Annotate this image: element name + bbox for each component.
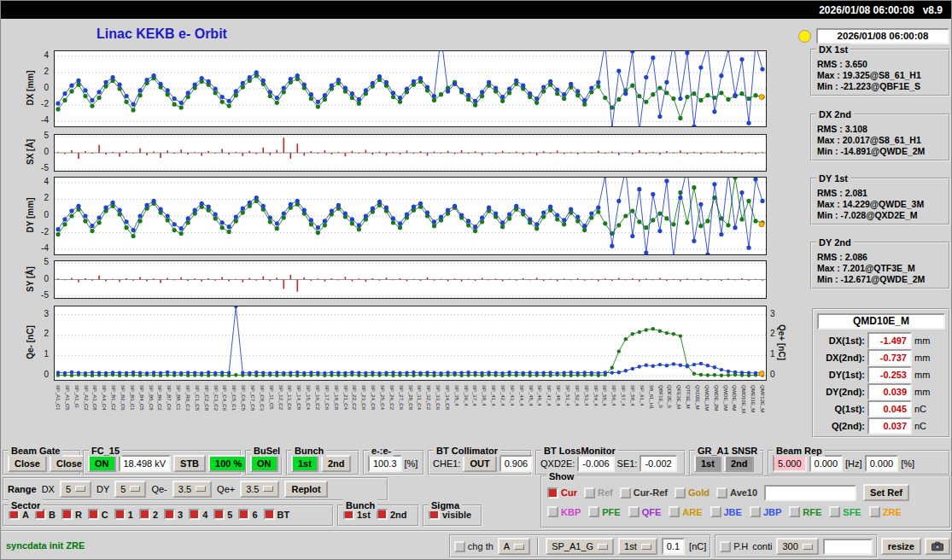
show-cur-checkbox[interactable] bbox=[547, 487, 558, 499]
show-pfe-checkbox[interactable] bbox=[588, 506, 599, 517]
bunch-2nd-button[interactable]: 2nd bbox=[321, 455, 352, 472]
sector-1[interactable]: 1 bbox=[114, 509, 133, 520]
status-bar: syncdata init ZRE chg th A SP_A1_G 1st 0… bbox=[1, 530, 952, 560]
sector-6-checkbox[interactable] bbox=[238, 509, 249, 520]
show-are[interactable]: ARE bbox=[669, 506, 702, 517]
range-qe-minus-select[interactable]: 3.5 bbox=[172, 481, 212, 498]
sector-c-checkbox[interactable] bbox=[88, 509, 99, 520]
show-ref-checkbox[interactable] bbox=[584, 487, 595, 499]
show-rfe-label: RFE bbox=[803, 507, 821, 517]
show-sfe[interactable]: SFE bbox=[829, 506, 861, 517]
sector-6[interactable]: 6 bbox=[238, 509, 257, 520]
show-gold[interactable]: Gold bbox=[675, 487, 710, 499]
show-jbp[interactable]: JBP bbox=[750, 506, 781, 517]
sector-4-checkbox[interactable] bbox=[189, 509, 200, 520]
range-dy-select[interactable]: 5 bbox=[114, 481, 146, 498]
ph-toggle[interactable]: P.H bbox=[720, 541, 748, 552]
sector-3-checkbox[interactable] bbox=[164, 509, 175, 520]
show-curref[interactable]: Cur-Ref bbox=[620, 487, 668, 499]
sx-axis-ticks: 50-5 bbox=[35, 134, 50, 170]
show-jbe[interactable]: JBE bbox=[710, 506, 742, 517]
fc15-on-button[interactable]: ON bbox=[88, 455, 116, 472]
bpm-label: QBF1E_S bbox=[658, 385, 663, 408]
sector-5[interactable]: 5 bbox=[213, 509, 232, 520]
sector-r-checkbox[interactable] bbox=[61, 509, 73, 520]
region-select[interactable]: A bbox=[498, 538, 530, 555]
show-jbe-checkbox[interactable] bbox=[710, 506, 721, 517]
range-dx-select[interactable]: 5 bbox=[60, 481, 91, 498]
stat-title: DY 2nd bbox=[816, 236, 854, 248]
gr-a1-snsr-group: GR_A1 SNSR 1st 2nd bbox=[689, 450, 764, 475]
bpm-label: SP_A2_C2 bbox=[84, 385, 89, 411]
bpm-label: QXD2E_M bbox=[695, 385, 700, 410]
sector-2[interactable]: 2 bbox=[139, 509, 158, 520]
gr-a1-2nd-button[interactable]: 2nd bbox=[724, 455, 755, 472]
sector-3[interactable]: 3 bbox=[164, 509, 183, 520]
tick-label: 5 bbox=[44, 257, 49, 266]
show-pfe[interactable]: PFE bbox=[588, 506, 620, 517]
count-input[interactable] bbox=[823, 539, 873, 555]
chg-th-checkbox[interactable] bbox=[454, 541, 465, 552]
show-ave10[interactable]: Ave10 bbox=[716, 487, 757, 499]
show-ref[interactable]: Ref bbox=[584, 487, 613, 499]
tick-label: -2 bbox=[41, 227, 49, 236]
bpm-label: SP_B7_C6 bbox=[166, 385, 172, 411]
range-qe-plus-select[interactable]: 3.5 bbox=[240, 481, 279, 498]
sector-r[interactable]: R bbox=[61, 509, 82, 520]
che1-out-button[interactable]: OUT bbox=[463, 455, 496, 472]
resize-button[interactable]: resize bbox=[881, 538, 921, 555]
bunchsel-2nd-checkbox[interactable] bbox=[377, 509, 388, 520]
sigma-group: Sigma visible bbox=[423, 505, 482, 527]
sector-bt[interactable]: BT bbox=[264, 509, 290, 520]
show-rfe-checkbox[interactable] bbox=[789, 506, 800, 517]
monitor-title[interactable]: QMD10E_M bbox=[817, 313, 945, 330]
range-dx-label: DX bbox=[42, 484, 55, 494]
bpm-label: SP_42_4 bbox=[500, 385, 505, 406]
show-kbp[interactable]: KBP bbox=[547, 506, 581, 517]
chg-th-toggle[interactable]: chg th bbox=[454, 541, 494, 552]
camera-icon bbox=[932, 541, 943, 551]
fc15-percent-value[interactable]: 100 % bbox=[208, 455, 248, 472]
range-group: Range DX 5 DY 5 Qe- 3.5 Qe+ 3.5 Replot bbox=[3, 477, 388, 501]
show-zre[interactable]: ZRE bbox=[869, 506, 902, 517]
sector-bt-checkbox[interactable] bbox=[264, 509, 275, 520]
show-rfe[interactable]: RFE bbox=[789, 506, 821, 517]
busel-label: BuSel bbox=[251, 445, 283, 457]
sector-4[interactable]: 4 bbox=[189, 509, 207, 520]
ph-checkbox[interactable] bbox=[720, 541, 731, 552]
gr-a1-1st-button[interactable]: 1st bbox=[694, 455, 721, 472]
sector-5-checkbox[interactable] bbox=[213, 509, 225, 520]
show-qfe-checkbox[interactable] bbox=[628, 506, 640, 517]
range-dx-value: 5 bbox=[66, 484, 71, 494]
ref-name-input[interactable] bbox=[764, 485, 856, 501]
show-ave10-checkbox[interactable] bbox=[716, 487, 727, 499]
show-gold-label: Gold bbox=[688, 487, 710, 498]
replot-button[interactable]: Replot bbox=[284, 481, 327, 498]
sector-c[interactable]: C bbox=[88, 509, 108, 520]
show-zre-checkbox[interactable] bbox=[869, 506, 880, 517]
sector-1-checkbox[interactable] bbox=[114, 509, 126, 520]
threshold-value[interactable]: 0.1 bbox=[662, 538, 685, 555]
bunch-1st-button[interactable]: 1st bbox=[291, 455, 318, 472]
show-kbp-checkbox[interactable] bbox=[547, 506, 558, 517]
set-ref-button[interactable]: Set Ref bbox=[863, 484, 909, 501]
rep-count-select[interactable]: 300 bbox=[776, 538, 818, 555]
bunchsel-2nd[interactable]: 2nd bbox=[377, 509, 407, 520]
fc15-stb-button[interactable]: STB bbox=[173, 455, 206, 472]
show-jbp-checkbox[interactable] bbox=[750, 506, 761, 517]
show-cur[interactable]: Cur bbox=[547, 487, 577, 499]
sector-2-checkbox[interactable] bbox=[139, 509, 150, 520]
show-qfe[interactable]: QFE bbox=[628, 506, 662, 517]
bunch-threshold-select[interactable]: 1st bbox=[618, 538, 657, 555]
show-curref-checkbox[interactable] bbox=[620, 487, 631, 499]
show-gold-checkbox[interactable] bbox=[675, 487, 686, 499]
show-sfe-checkbox[interactable] bbox=[829, 506, 840, 517]
sp-select[interactable]: SP_A1_G bbox=[546, 538, 614, 555]
status-message: syncdata init ZRE bbox=[6, 540, 85, 551]
screenshot-button[interactable] bbox=[925, 538, 950, 555]
show-are-checkbox[interactable] bbox=[669, 506, 680, 517]
beam-gate-close-button-1[interactable]: Close bbox=[8, 455, 47, 472]
monitor-row: DX(1st): -1.497 mm bbox=[817, 332, 945, 349]
busel-on-button[interactable]: ON bbox=[250, 455, 278, 472]
conti-label[interactable]: conti bbox=[752, 541, 772, 551]
